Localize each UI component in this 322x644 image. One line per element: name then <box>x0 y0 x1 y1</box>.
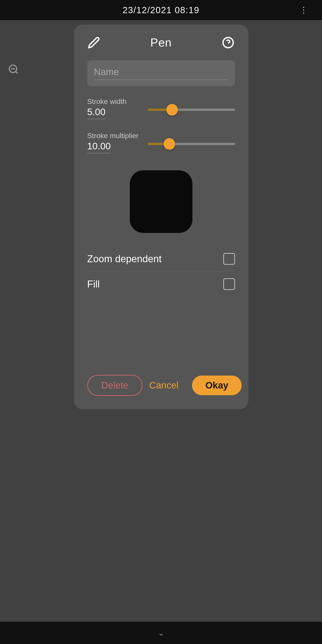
stroke-multiplier-value: 10.00 <box>87 141 111 153</box>
pen-icon <box>88 36 100 49</box>
confirm-buttons: Cancel Okay <box>143 376 242 395</box>
okay-button[interactable]: Okay <box>192 376 242 395</box>
zoom-dependent-label: Zoom dependent <box>87 253 162 264</box>
cancel-button[interactable]: Cancel <box>143 376 185 395</box>
sliders-section: Stroke width 5.00 <box>87 98 235 157</box>
dialog-header: Pen <box>87 36 235 49</box>
dialog-buttons: Delete Cancel Okay <box>87 375 235 396</box>
color-swatch[interactable] <box>130 170 192 233</box>
stroke-multiplier-row: Stroke multiplier 10.00 <box>87 132 235 157</box>
stroke-multiplier-track <box>148 143 235 145</box>
three-dots-icon[interactable]: ⋮ <box>300 5 308 15</box>
help-icon <box>222 36 234 49</box>
fill-checkbox[interactable] <box>223 278 235 290</box>
color-swatch-container <box>87 170 235 233</box>
zoom-dependent-row: Zoom dependent <box>87 246 235 272</box>
status-time: 23/12/2021 08:19 <box>123 5 199 15</box>
pen-dialog: Pen Stroke width 5.00 <box>74 24 248 409</box>
fill-label: Fill <box>87 278 100 290</box>
spacer <box>87 303 235 370</box>
status-icons: ⋮ <box>300 5 308 15</box>
status-bar: 23/12/2021 08:19 ⋮ <box>0 0 322 20</box>
stroke-width-row: Stroke width 5.00 <box>87 98 235 123</box>
chevron-down-icon: ⌄ <box>158 628 164 638</box>
dialog-title: Pen <box>150 36 172 49</box>
bottom-bar: ⌄ <box>0 622 322 644</box>
stroke-width-value: 5.00 <box>87 107 106 119</box>
pen-icon-button[interactable] <box>87 36 101 49</box>
name-input[interactable] <box>94 66 228 80</box>
stroke-multiplier-thumb[interactable] <box>164 138 175 150</box>
checkbox-section: Zoom dependent Fill <box>87 246 235 297</box>
stroke-width-track <box>148 109 235 111</box>
stroke-width-slider[interactable] <box>148 109 235 111</box>
stroke-multiplier-label: Stroke multiplier <box>87 132 141 140</box>
help-button[interactable] <box>221 36 235 49</box>
dialog-backdrop: Pen Stroke width 5.00 <box>0 20 322 622</box>
delete-button[interactable]: Delete <box>87 375 143 396</box>
zoom-dependent-checkbox[interactable] <box>223 253 235 265</box>
stroke-multiplier-slider[interactable] <box>148 143 235 145</box>
stroke-width-label: Stroke width <box>87 98 141 106</box>
stroke-width-thumb[interactable] <box>166 104 178 116</box>
name-input-container <box>87 60 235 86</box>
fill-row: Fill <box>87 272 235 297</box>
